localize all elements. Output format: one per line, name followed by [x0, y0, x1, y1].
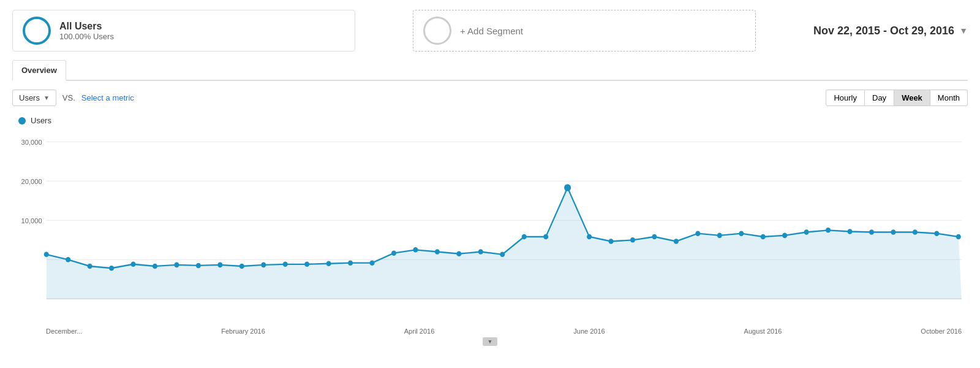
svg-point-47 [869, 229, 874, 235]
select-metric-link[interactable]: Select a metric [81, 93, 134, 102]
date-range-text: Nov 22, 2015 - Oct 29, 2016 [813, 25, 954, 37]
svg-point-16 [196, 263, 201, 269]
svg-point-32 [543, 234, 548, 240]
svg-point-46 [847, 229, 852, 234]
svg-point-11 [88, 264, 92, 269]
x-label-oct: October 2016 [921, 328, 962, 335]
svg-point-28 [456, 251, 461, 256]
svg-point-35 [608, 239, 613, 244]
scroll-indicator: ▼ [12, 337, 968, 346]
svg-point-41 [739, 231, 744, 236]
segment-all-users[interactable]: All Users 100.00% Users [12, 10, 355, 52]
svg-point-33 [564, 184, 571, 191]
svg-point-18 [239, 264, 244, 269]
svg-point-20 [283, 262, 288, 267]
svg-point-45 [826, 228, 831, 233]
svg-point-48 [891, 229, 895, 235]
svg-point-14 [153, 264, 157, 269]
x-label-jun: June 2016 [573, 328, 605, 335]
svg-point-38 [674, 239, 679, 244]
svg-point-36 [630, 237, 635, 243]
scroll-button[interactable]: ▼ [483, 337, 497, 346]
svg-point-24 [369, 260, 374, 266]
svg-point-21 [304, 262, 309, 267]
svg-point-9 [44, 252, 49, 258]
svg-point-43 [782, 233, 787, 239]
vs-label: VS. [62, 93, 75, 102]
time-buttons-group: Hourly Day Week Month [826, 90, 968, 106]
svg-text:20,000: 20,000 [21, 177, 42, 185]
svg-point-37 [652, 234, 657, 240]
svg-point-13 [130, 262, 135, 267]
svg-point-29 [478, 249, 483, 255]
chart-legend: Users [12, 116, 968, 125]
svg-point-26 [413, 247, 418, 253]
x-axis-labels: December... February 2016 April 2016 Jun… [12, 325, 968, 335]
x-label-aug: August 2016 [744, 328, 782, 335]
svg-point-40 [717, 233, 722, 239]
svg-point-17 [217, 263, 222, 268]
line-chart: 30,000 20,000 10,000 [12, 129, 968, 325]
svg-point-25 [391, 250, 396, 256]
svg-marker-8 [47, 188, 962, 299]
svg-point-23 [348, 260, 353, 266]
segment-circle-icon [23, 17, 51, 45]
svg-text:30,000: 30,000 [21, 138, 42, 145]
add-segment-circle-icon [423, 17, 451, 45]
svg-point-22 [326, 261, 331, 266]
svg-point-39 [695, 231, 700, 236]
svg-point-30 [500, 252, 505, 258]
time-btn-hourly[interactable]: Hourly [826, 90, 865, 106]
add-segment-box[interactable]: + Add Segment [413, 10, 756, 52]
svg-point-51 [956, 234, 961, 240]
metric-label: Users [19, 93, 40, 102]
date-range-dropdown-icon[interactable]: ▼ [959, 26, 968, 36]
svg-point-31 [522, 234, 527, 240]
legend-label: Users [31, 116, 51, 125]
svg-point-34 [587, 234, 592, 240]
time-btn-day[interactable]: Day [865, 90, 894, 106]
svg-point-10 [66, 257, 70, 263]
x-label-dec: December... [46, 328, 82, 335]
chart-area: 30,000 20,000 10,000 [12, 129, 968, 325]
tab-overview[interactable]: Overview [12, 60, 66, 81]
x-label-feb: February 2016 [221, 328, 265, 335]
svg-point-50 [934, 231, 939, 236]
metric-selector[interactable]: Users ▼ [12, 90, 56, 106]
segment-percent: 100.00% Users [59, 32, 114, 41]
svg-point-44 [804, 229, 809, 235]
svg-point-12 [109, 266, 114, 271]
metric-row: Users ▼ VS. Select a metric Hourly Day W… [12, 90, 968, 106]
svg-point-27 [435, 249, 440, 255]
svg-point-42 [761, 234, 766, 240]
add-segment-label: + Add Segment [460, 26, 523, 36]
svg-point-19 [261, 263, 266, 268]
x-label-apr: April 2016 [404, 328, 435, 335]
time-btn-week[interactable]: Week [894, 90, 930, 106]
date-range[interactable]: Nov 22, 2015 - Oct 29, 2016 ▼ [813, 25, 968, 37]
legend-dot-icon [18, 117, 26, 125]
tabs-bar: Overview [12, 60, 968, 81]
svg-point-15 [174, 263, 179, 268]
metric-dropdown-icon: ▼ [43, 94, 50, 101]
segment-name: All Users [59, 21, 114, 32]
svg-point-49 [913, 229, 918, 235]
time-btn-month[interactable]: Month [930, 90, 968, 106]
svg-text:10,000: 10,000 [21, 217, 42, 224]
